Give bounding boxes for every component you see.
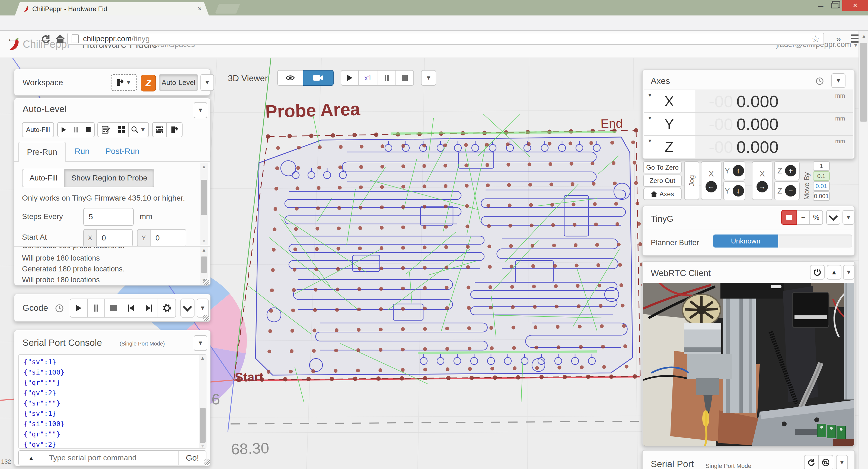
home-icon[interactable] — [55, 34, 65, 44]
tab-run[interactable]: Run — [74, 147, 90, 156]
caret-down-icon[interactable]: ▼ — [648, 116, 652, 120]
window-close-button[interactable]: × — [842, 0, 868, 11]
autolevel-play-button[interactable] — [57, 122, 70, 137]
browser-tab[interactable]: ChiliPeppr - Hardware Fid × — [15, 2, 209, 16]
tab-pre-run[interactable]: Pre-Run — [18, 142, 66, 162]
gcode-play-button[interactable] — [70, 298, 88, 318]
scroll-up-icon[interactable]: ▲ — [861, 33, 867, 39]
window-restore-button[interactable] — [828, 0, 842, 11]
reload-icon[interactable] — [41, 34, 51, 44]
increment-0.01-button[interactable]: 0.01 — [813, 181, 830, 191]
viewer-dropdown-button[interactable]: ▼ — [421, 70, 436, 86]
address-bar[interactable]: chilipeppr.com /tinyg ☆ — [67, 33, 824, 45]
resize-handle[interactable] — [203, 315, 209, 321]
workspace-dropdown-button[interactable]: ▼ — [200, 74, 214, 91]
scroll-down-icon[interactable]: ▼ — [200, 443, 205, 449]
autolevel-editlist-button[interactable] — [97, 122, 114, 137]
tinyg-stop-button[interactable] — [781, 210, 797, 225]
resize-handle[interactable] — [203, 279, 209, 285]
serialport-swap-button[interactable] — [818, 455, 833, 469]
viewer-play-button[interactable] — [341, 70, 359, 86]
window-minimize-button[interactable]: – — [814, 0, 828, 11]
webrtc-up-button[interactable]: ▲ — [827, 265, 841, 280]
scrollbar-thumb[interactable] — [201, 257, 207, 273]
viewer-pause-button[interactable] — [378, 70, 396, 86]
gcode-stop-button[interactable] — [105, 298, 122, 318]
console-dropdown-button[interactable]: ▼ — [194, 335, 207, 351]
viewer-speed-button[interactable]: x1 — [359, 70, 378, 86]
gcode-pause-button[interactable] — [88, 298, 105, 318]
toggle-autofill-button[interactable]: Auto-Fill — [22, 169, 65, 187]
tab-post-run[interactable]: Post-Run — [105, 147, 140, 156]
toggle-show-region-button[interactable]: Show Region to Probe — [65, 169, 154, 187]
autolevel-pause-button[interactable] — [70, 122, 82, 137]
viewer-camera-button[interactable] — [303, 70, 334, 86]
webrtc-power-button[interactable] — [810, 265, 825, 280]
autolevel-stop-button[interactable] — [82, 122, 95, 137]
gcode-collapse-button[interactable] — [180, 298, 194, 318]
resize-handle[interactable] — [204, 459, 210, 465]
autolevel-dropdown-button[interactable]: ▼ — [194, 102, 207, 118]
zero-out-button[interactable]: Zero Out — [643, 175, 682, 187]
autolevel-export-button[interactable] — [167, 122, 183, 137]
caret-down-icon[interactable]: ▼ — [648, 93, 652, 98]
serialport-dropdown-button[interactable]: ▼ — [836, 455, 848, 469]
workspace-autolevel-button[interactable]: Auto-Level — [159, 74, 198, 91]
tinyg-percent-button[interactable]: % — [810, 210, 823, 225]
increment-0.1-button[interactable]: 0.1 — [813, 171, 830, 181]
webrtc-dropdown-button[interactable]: ▼ — [843, 265, 855, 280]
tab-close-icon[interactable]: × — [198, 5, 202, 13]
gcode-skip-end-button[interactable] — [140, 298, 158, 318]
serialport-refresh-button[interactable] — [804, 455, 818, 469]
workspace-export-button[interactable]: ▼ — [111, 74, 137, 91]
jog-z-minus-button[interactable]: Z − — [774, 181, 800, 200]
console-scrollbar[interactable]: ▲ ▼ — [199, 355, 206, 448]
gcode-skip-start-button[interactable] — [122, 298, 140, 318]
scrollbar-thumb[interactable] — [860, 43, 867, 122]
goto-zero-button[interactable]: Go To Zero — [643, 161, 682, 173]
scrollbar-thumb[interactable] — [199, 408, 206, 443]
steps-input[interactable] — [83, 208, 134, 226]
scroll-down-icon[interactable]: ▼ — [202, 238, 207, 244]
tinyg-dropdown-button[interactable]: ▼ — [842, 210, 855, 225]
autolevel-rows-button[interactable] — [152, 122, 167, 137]
bookmark-star-icon[interactable]: ☆ — [812, 33, 820, 44]
page-scrollbar[interactable]: ▲ — [859, 31, 868, 469]
home-axes-button[interactable]: Axes — [643, 188, 682, 200]
start-x-input[interactable] — [96, 229, 133, 246]
jog-z-plus-button[interactable]: Z + — [774, 161, 800, 180]
scroll-up-icon[interactable]: ▲ — [202, 164, 207, 170]
gcode-settings-button[interactable] — [158, 298, 176, 318]
jog-x-minus-button[interactable]: X ← — [701, 161, 721, 200]
scroll-up-icon[interactable]: ▲ — [200, 355, 205, 361]
caret-down-icon[interactable]: ▼ — [648, 139, 652, 143]
jog-button[interactable]: Jog — [684, 161, 699, 200]
jog-y-plus-button[interactable]: Y ↑ — [723, 161, 745, 180]
viewer-eye-button[interactable] — [277, 70, 303, 86]
console-output[interactable]: {"sv":1} {"si":100} {"qr":""} {"qv":2} {… — [18, 354, 207, 449]
autolevel-grid-button[interactable] — [114, 122, 129, 137]
scrollbar-thumb[interactable] — [201, 180, 207, 215]
serial-command-input[interactable] — [44, 450, 179, 466]
increment-0.001-button[interactable]: 0.001 — [813, 192, 830, 201]
axes-dropdown-button[interactable]: ▼ — [831, 73, 845, 88]
gear-icon — [162, 304, 171, 313]
jog-x-plus-button[interactable]: X → — [752, 161, 773, 200]
jog-y-minus-button[interactable]: Y ↓ — [723, 181, 745, 200]
start-y-input[interactable] — [150, 229, 186, 246]
forward-button[interactable]: → — [24, 33, 34, 44]
autolevel-zoom-button[interactable]: ▼ — [129, 122, 149, 137]
tinyg-collapse-button[interactable] — [826, 210, 840, 225]
tinyg-tilde-button[interactable]: ~ — [797, 210, 810, 225]
back-button[interactable]: ← — [6, 33, 17, 44]
autolevel-scrollbar[interactable]: ▲ ▼ — [200, 164, 208, 245]
viewer-stop-button[interactable] — [396, 70, 414, 86]
fiddle-icon[interactable]: Z — [141, 75, 156, 91]
autolevel-autofill-toolbar-button[interactable]: Auto-Fill — [22, 122, 54, 137]
scroll-up-icon[interactable]: ▲ — [202, 247, 207, 253]
console-go-button[interactable]: Go! — [179, 450, 207, 466]
new-tab-button[interactable] — [215, 4, 240, 13]
increment-1-button[interactable]: 1 — [813, 161, 830, 171]
overflow-chevrons-icon[interactable]: » — [836, 34, 841, 44]
console-history-button[interactable]: ▲ — [18, 450, 44, 466]
